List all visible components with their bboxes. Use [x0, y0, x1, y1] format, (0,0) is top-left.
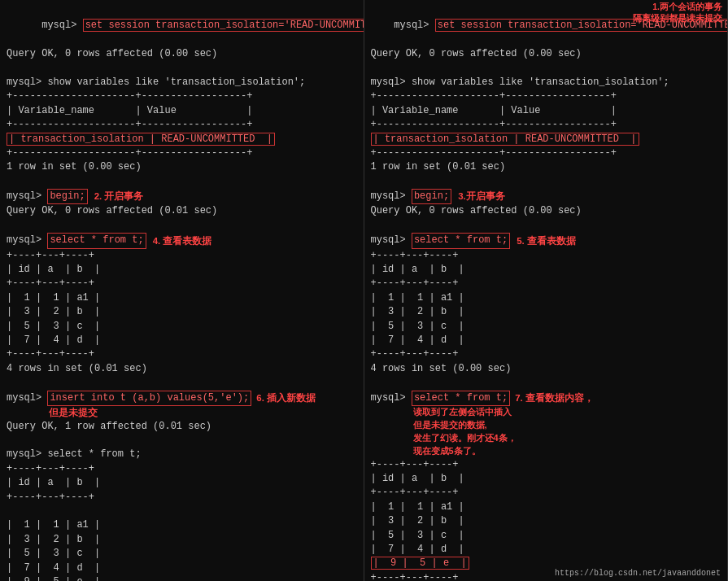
right-anno-3: 但是未提交的数据, — [371, 419, 721, 432]
right-t1-r1: | 1 | 1 | a1 | — [371, 291, 721, 305]
right-table-div-1: +---------------------+-----------------… — [371, 90, 721, 103]
left-line-1: mysql> set session transaction_isolation… — [7, 5, 357, 47]
left-table-hdr: | Variable_name | Value | — [7, 104, 357, 118]
right-t2-r1: | 1 | 1 | a1 | — [371, 500, 721, 514]
left-cmd-1: set session transaction_isolation='READ-… — [83, 19, 364, 32]
left-insert-line: mysql> insert into t (a,b) values(5,'e')… — [7, 391, 357, 406]
left-select-cmd: select * from t; — [47, 233, 146, 248]
left-t2-r5: | 9 | 5 | e | — [7, 575, 357, 581]
left-t1-count: 4 rows in set (0.01 sec) — [7, 362, 357, 376]
left-begin-result: Query OK, 0 rows affected (0.01 sec) — [7, 204, 357, 218]
right-rowcount-1: 1 row in set (0.01 sec) — [371, 160, 721, 174]
left-t2-div1: +----+---+----+ — [7, 462, 357, 476]
right-select1-prompt: mysql> — [371, 234, 412, 247]
right-blank-3 — [371, 219, 721, 233]
left-blank-3 — [7, 219, 357, 233]
left-result-2: Query OK, 0 rows affected (0.00 sec) — [7, 48, 217, 59]
right-anno-2: 读取到了左侧会话中插入 — [371, 406, 721, 419]
right-t1-div1: +----+---+----+ — [371, 249, 721, 263]
footer-url: https://blog.csdn.net/javaanddonet — [555, 569, 721, 578]
right-t2-hdr: | id | a | b | — [371, 472, 721, 486]
right-t2-r2: | 3 | 2 | b | — [371, 514, 721, 528]
left-t1-r3: | 5 | 3 | c | — [7, 320, 357, 334]
left-blank-4 — [7, 376, 357, 390]
right-highlight-e-row: | 9 | 5 | e | — [371, 557, 469, 570]
left-insert-result: Query OK, 1 row affected (0.01 sec) — [7, 420, 357, 434]
right-select2-line: mysql> select * from t;7. 查看数据内容， — [371, 391, 721, 406]
left-t2-r3: | 5 | 3 | c | — [7, 547, 357, 561]
left-table-row: | transaction_isolation | READ-UNCOMMITT… — [7, 133, 357, 146]
right-t1-div2: +----+---+----+ — [371, 277, 721, 290]
right-select2-annotation: 7. 查看数据内容， — [515, 391, 594, 405]
right-begin-result: Query OK, 0 rows affected (0.00 sec) — [371, 204, 721, 218]
left-blank-1 — [7, 62, 357, 76]
left-t2-div2: +----+---+----+ — [7, 491, 357, 505]
right-t2-div1: +----+---+----+ — [371, 458, 721, 472]
right-begin-annotation: 3.开启事务 — [458, 190, 505, 203]
right-table-div-3: +---------------------+-----------------… — [371, 146, 721, 160]
left-t1-div1: +----+---+----+ — [7, 249, 357, 263]
right-blank-4 — [371, 376, 721, 390]
left-select2-line: mysql> select * from t; — [7, 448, 357, 461]
right-begin-cmd: begin; — [412, 189, 451, 204]
right-t1-count: 4 rows in set (0.00 sec) — [371, 362, 721, 376]
right-prompt-1: mysql> — [394, 20, 434, 31]
left-select-prompt: mysql> — [7, 234, 47, 247]
left-t1-r2: | 3 | 2 | b | — [7, 305, 357, 319]
right-table-div-2: +---------------------+-----------------… — [371, 118, 721, 132]
left-t1-r1: | 1 | 1 | a1 | — [7, 291, 357, 305]
left-line-2: Query OK, 0 rows affected (0.00 sec) — [7, 47, 357, 61]
left-select-annotation: 4. 查看表数据 — [153, 234, 212, 248]
right-select1-cmd: select * from t; — [412, 233, 510, 248]
right-blank-1 — [371, 62, 721, 76]
left-prompt-1: mysql> — [41, 20, 82, 31]
left-table-div-1: +---------------------+-----------------… — [7, 90, 357, 103]
left-begin-cmd: begin; — [47, 189, 87, 204]
right-begin-prompt: mysql> — [371, 190, 412, 203]
right-t1-r2: | 3 | 2 | b | — [371, 305, 721, 319]
right-line-3: mysql> show variables like 'transaction_… — [371, 76, 721, 90]
left-rowcount-1: 1 row in set (0.00 sec) — [7, 160, 357, 174]
left-t2-r1: | 1 | 1 | a1 | — [7, 518, 357, 532]
left-t2-r4: | 7 | 4 | d | — [7, 561, 357, 575]
right-select2-cmd: select * from t; — [412, 391, 510, 406]
left-t1-hdr: | id | a | b | — [7, 263, 357, 277]
right-anno-4: 发生了幻读。刚才还4条， — [371, 432, 721, 445]
left-begin-prompt: mysql> — [7, 190, 47, 203]
left-table-div-2: +---------------------+-----------------… — [7, 118, 357, 132]
right-t1-div3: +----+---+----+ — [371, 347, 721, 361]
left-insert-sub-annotation: 但是未提交 — [7, 406, 357, 420]
left-table-div-3: +---------------------+-----------------… — [7, 146, 357, 160]
left-highlight-row: | transaction_isolation | READ-UNCOMMITT… — [7, 133, 275, 146]
left-insert-cmd: insert into t (a,b) values(5,'e'); — [47, 391, 251, 406]
left-blank-2 — [7, 175, 357, 189]
right-select2-prompt: mysql> — [371, 391, 412, 405]
left-t1-r4: | 7 | 4 | d | — [7, 334, 357, 347]
right-panel: 1.两个会话的事务 隔离级别都是读未提交 mysql> set session … — [364, 0, 729, 581]
left-panel: mysql> set session transaction_isolation… — [0, 0, 364, 581]
left-t2-hdr: | id | a | b | — [7, 476, 357, 490]
right-highlight-row: | transaction_isolation | READ-UNCOMMITT… — [371, 133, 639, 146]
right-t1-hdr: | id | a | b | — [371, 263, 721, 277]
left-line-3: mysql> show variables like 'transaction_… — [7, 76, 357, 90]
left-t2-r2: | 3 | 2 | b | — [7, 533, 357, 547]
left-t1-div3: +----+---+----+ — [7, 347, 357, 361]
right-t2-r3: | 5 | 3 | c | — [371, 529, 721, 543]
left-t2-blank — [7, 505, 357, 518]
right-t2-div2: +----+---+----+ — [371, 486, 721, 500]
top-annotation-line2: 隔离级别都是读未提交 — [633, 13, 722, 24]
right-table-hdr: | Variable_name | Value | — [371, 104, 721, 118]
right-select1-line: mysql> select * from t;5. 查看表数据 — [371, 233, 721, 248]
right-blank-2 — [371, 175, 721, 189]
left-begin-annotation: 2. 开启事务 — [94, 190, 144, 203]
right-select1-annotation: 5. 查看表数据 — [517, 234, 576, 248]
right-table-row: | transaction_isolation | READ-UNCOMMITT… — [371, 133, 721, 146]
right-t1-r4: | 7 | 4 | d | — [371, 334, 721, 347]
left-select-line: mysql> select * from t;4. 查看表数据 — [7, 233, 357, 248]
left-blank-5 — [7, 434, 357, 448]
right-begin-line: mysql> begin;3.开启事务 — [371, 189, 721, 204]
right-t1-r3: | 5 | 3 | c | — [371, 320, 721, 334]
left-insert-prompt: mysql> — [7, 391, 47, 405]
right-line-2: Query OK, 0 rows affected (0.00 sec) — [371, 47, 721, 61]
top-annotation-line1: 1.两个会话的事务 — [633, 2, 722, 13]
